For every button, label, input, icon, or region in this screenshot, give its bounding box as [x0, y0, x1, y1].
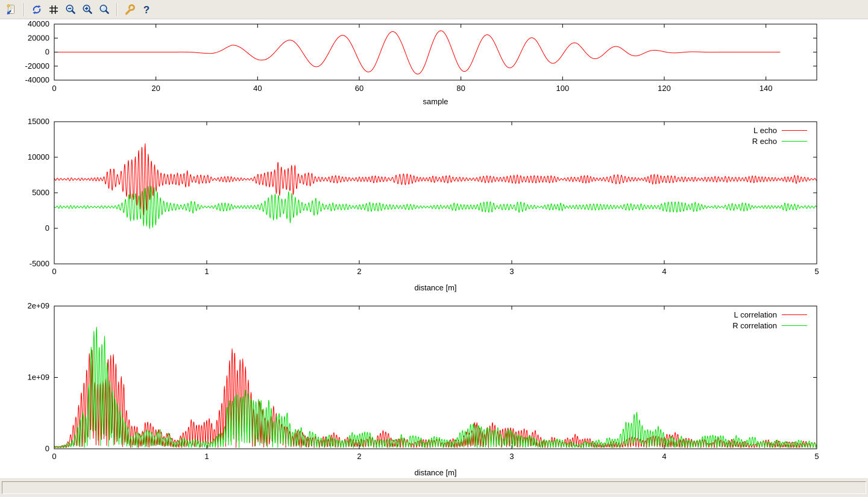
help-icon: ? [140, 4, 153, 16]
plot-area [0, 19, 868, 478]
wrench-icon [124, 4, 136, 16]
zoom-reset-button[interactable] [96, 2, 112, 17]
pulse-plot[interactable] [0, 19, 868, 113]
replot-icon [31, 4, 43, 16]
grid-icon [48, 4, 60, 16]
echo-plot[interactable] [0, 113, 868, 294]
zoom-in-button[interactable] [80, 2, 95, 17]
zoom-reset-icon [98, 4, 110, 16]
help-button[interactable]: ? [139, 2, 154, 17]
correlation-plot[interactable] [0, 294, 868, 478]
toolbar: ? [0, 0, 868, 19]
status-bar [0, 478, 868, 497]
zoom-out-icon [64, 4, 77, 16]
svg-text:?: ? [143, 4, 149, 15]
clipboard-export-icon [5, 4, 17, 16]
status-field [2, 481, 866, 494]
toolbar-separator [24, 3, 25, 16]
zoom-in-icon [81, 4, 93, 16]
gnuplot-window: ? [0, 0, 868, 497]
replot-button[interactable] [29, 2, 45, 17]
copy-to-clipboard-button[interactable] [4, 2, 19, 17]
grid-button[interactable] [46, 2, 61, 17]
toolbar-separator [116, 3, 118, 16]
zoom-out-button[interactable] [63, 2, 78, 17]
settings-button[interactable] [122, 2, 137, 17]
